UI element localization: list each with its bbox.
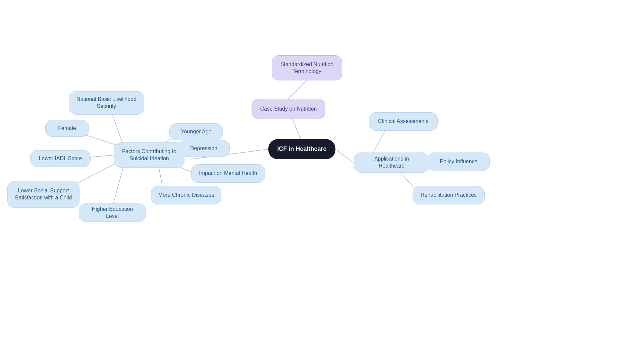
factors-node[interactable]: Factors Contributing to Suicidal Ideatio… [114, 142, 184, 168]
national-node[interactable]: National Basic Livelihood Security [69, 91, 144, 115]
std-nutrition-node[interactable]: Standardized Nutrition Terminology [272, 55, 342, 80]
case-study-node[interactable]: Case Study on Nutrition [252, 99, 325, 119]
policy-node[interactable]: Policy Influence [428, 153, 490, 171]
lower-iadl-node[interactable]: Lower IADL Score [30, 150, 91, 167]
more-chronic-node[interactable]: More Chronic Diseases [151, 186, 221, 204]
clinical-node[interactable]: Clinical Assessments [369, 112, 438, 131]
applications-node[interactable]: Applications in Healthcare [354, 153, 429, 173]
svg-line-12 [112, 164, 124, 207]
rehabilitation-node[interactable]: Rehabilitation Practices [413, 186, 485, 204]
depression-node[interactable]: Depression [178, 140, 230, 157]
impact-mental-node[interactable]: Impact on Mental Health [191, 164, 265, 183]
younger-age-node[interactable]: Younger Age [169, 123, 223, 140]
higher-edu-node[interactable]: Higher Education Level [79, 203, 146, 222]
center-node[interactable]: ICF in Healthcare [268, 139, 335, 159]
svg-line-1 [288, 80, 307, 99]
female-node[interactable]: Female [45, 120, 89, 137]
svg-line-2 [335, 149, 356, 164]
lower-social-node[interactable]: Lower Social Support Satisfaction with a… [7, 181, 79, 208]
